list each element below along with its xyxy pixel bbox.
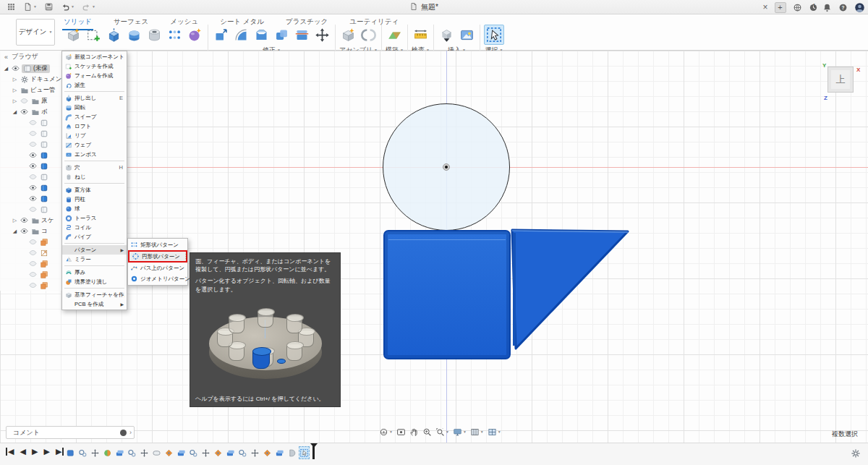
menu-item-ミラー[interactable]: ミラー [62, 255, 127, 264]
timeline-feature-box-icon[interactable] [65, 446, 76, 459]
joint-tool-button[interactable] [359, 26, 378, 44]
visibility-eye-off-icon[interactable] [28, 249, 38, 257]
account-button[interactable] [854, 2, 865, 13]
browser-node[interactable] [39, 281, 48, 290]
browser-row[interactable] [0, 204, 70, 215]
revolve-tool-button[interactable] [125, 26, 143, 44]
menu-item-スイープ[interactable]: スイープ [62, 112, 127, 121]
timeline-feature-move-icon[interactable] [200, 446, 211, 459]
help-button[interactable]: ? [838, 3, 848, 12]
viewports-nav-button[interactable]: ▼ [488, 427, 501, 437]
browser-node[interactable] [39, 151, 48, 160]
browser-node[interactable] [39, 249, 48, 257]
submenu-item-円形状パターン[interactable]: 円形状パターン⋮ [128, 250, 187, 263]
menu-item-スケッチを作成[interactable]: スケッチを作成 [62, 61, 127, 71]
menu-item-厚み[interactable]: 厚み [62, 268, 127, 277]
browser-row[interactable]: ▷スケ [0, 215, 70, 226]
browser-node[interactable] [39, 270, 48, 279]
expander-icon[interactable]: ◢ [12, 229, 18, 234]
extrude-tool-button[interactable] [105, 26, 123, 44]
browser-row[interactable] [0, 171, 70, 182]
timeline-feature-dshape-icon[interactable] [286, 446, 297, 459]
browser-node[interactable]: ボ [30, 108, 48, 116]
menu-item-基準フィーチャを作成[interactable]: 基準フィーチャを作成 [62, 290, 127, 299]
visibility-eye-icon[interactable] [20, 216, 29, 224]
plane-tool-button[interactable] [386, 26, 404, 44]
browser-row[interactable] [0, 193, 70, 204]
select-tool-button[interactable] [484, 25, 504, 45]
timeline-feature-layers-icon[interactable] [225, 446, 236, 459]
sync-button[interactable] [793, 3, 802, 12]
pattern-rect-tool-button[interactable] [166, 26, 184, 44]
menu-item-ロフト[interactable]: ロフト [62, 121, 127, 131]
timeline-feature-diamond-icon[interactable] [213, 446, 224, 459]
step-forward-button[interactable]: ▶ [43, 448, 49, 456]
timeline-position-marker[interactable] [312, 446, 315, 459]
timeline-feature-circles-icon[interactable] [77, 446, 88, 459]
menu-item-ねじ[interactable]: ねじ [62, 172, 127, 182]
visibility-eye-off-icon[interactable] [28, 238, 38, 246]
browser-node[interactable] [39, 205, 48, 214]
timeline-feature-diamond-icon[interactable] [262, 446, 273, 459]
browser-row[interactable]: ▷原 [0, 95, 70, 106]
collapse-panel-icon[interactable]: « [4, 54, 8, 61]
timeline-feature-layers-icon[interactable] [176, 446, 187, 459]
timeline-settings-gear-icon[interactable] [851, 448, 861, 461]
axis-y-label[interactable]: Y [822, 62, 826, 69]
canvas-tool-button[interactable] [458, 26, 476, 44]
viewcube[interactable]: 上 [827, 67, 854, 93]
document-tab[interactable]: 無題* [409, 0, 438, 14]
submenu-item-パス上のパターン[interactable]: パス上のパターン [128, 263, 187, 273]
menu-item-PCB を作成[interactable]: PCB を作成▶ [62, 299, 127, 309]
menu-item-リブ[interactable]: リブ [62, 131, 127, 140]
pan-nav-button[interactable] [409, 427, 419, 437]
save-button[interactable] [42, 1, 56, 12]
shell-tool-button[interactable] [252, 26, 271, 44]
browser-row[interactable]: ▷ビュー管 [0, 85, 70, 95]
form-tool-button[interactable] [186, 26, 204, 44]
visibility-eye-icon[interactable] [20, 227, 29, 235]
close-tab-button[interactable]: × [763, 2, 768, 12]
fillet-tool-button[interactable] [232, 26, 250, 44]
redo-button[interactable]: ▼ [80, 1, 98, 12]
browser-node[interactable] [39, 119, 48, 127]
browser-node[interactable] [39, 238, 48, 247]
browser-row[interactable] [0, 247, 70, 258]
display-nav-button[interactable]: ▼ [453, 427, 467, 437]
browser-row[interactable]: ◢ボ [0, 106, 70, 117]
timeline-feature-move-icon[interactable] [90, 446, 101, 459]
timeline-feature-circles-icon[interactable] [237, 446, 248, 459]
browser-row[interactable] [0, 280, 70, 291]
apps-button[interactable] [4, 1, 18, 12]
browser-node[interactable]: コ [30, 227, 48, 236]
fit-nav-button[interactable]: ▼ [435, 427, 449, 437]
browser-node[interactable] [39, 140, 48, 149]
timeline-feature-circles-icon[interactable] [127, 446, 137, 459]
visibility-eye-off-icon[interactable] [28, 140, 38, 148]
browser-row[interactable] [0, 150, 70, 161]
timeline-feature-select-icon[interactable] [299, 446, 310, 459]
insert-tool-button[interactable] [438, 26, 456, 44]
browser-node[interactable] [39, 195, 48, 203]
menu-item-コイル[interactable]: コイル [62, 223, 127, 232]
new-tab-button[interactable]: + [775, 2, 786, 13]
chevron-right-icon[interactable]: › [129, 429, 132, 436]
workspace-switcher-button[interactable]: デザイン ▼ [16, 19, 55, 46]
visibility-eye-icon[interactable] [11, 64, 20, 72]
menu-item-トーラス[interactable]: トーラス [62, 213, 127, 223]
browser-row[interactable] [0, 139, 70, 150]
menu-item-押し出し[interactable]: 押し出しE [62, 93, 127, 103]
submenu-item-矩形状パターン[interactable]: 矩形状パターン [128, 239, 187, 250]
visibility-eye-off-icon[interactable] [28, 270, 38, 278]
visibility-eye-off-icon[interactable] [28, 129, 38, 137]
browser-node[interactable] [39, 129, 48, 138]
expander-icon[interactable]: ◢ [12, 109, 18, 115]
menu-item-境界塗り潰し[interactable]: 境界塗り潰し [62, 277, 127, 286]
visibility-eye-off-icon[interactable] [28, 281, 38, 289]
visibility-eye-off-icon[interactable] [20, 97, 29, 105]
axis-x-label[interactable]: X [856, 67, 860, 73]
browser-node[interactable]: スケ [30, 216, 54, 225]
visibility-eye-icon[interactable] [28, 184, 38, 192]
visibility-eye-icon[interactable] [28, 195, 38, 202]
browser-node[interactable] [39, 260, 48, 268]
